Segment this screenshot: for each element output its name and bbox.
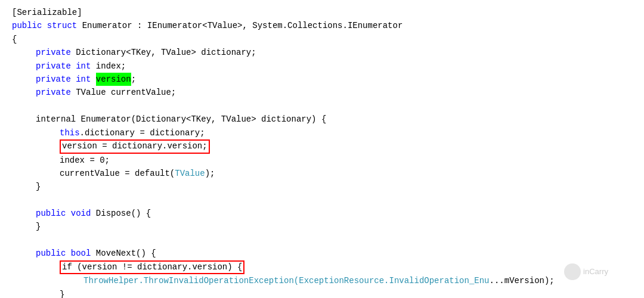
code-line: private int index; <box>12 60 632 73</box>
code-token: ; <box>131 73 136 86</box>
watermark-icon <box>564 263 581 280</box>
code-token: TValue <box>175 167 205 180</box>
code-token: this <box>60 126 80 139</box>
code-line: public struct Enumerator : IEnumerator<T… <box>12 19 632 32</box>
code-token: TValue currentValue; <box>76 86 176 99</box>
code-line <box>12 194 632 207</box>
code-token: index; <box>96 60 126 73</box>
code-token: int <box>76 60 96 73</box>
watermark-text: inCarry <box>583 266 608 278</box>
code-token: bool <box>71 247 96 260</box>
code-line: private Dictionary<TKey, TValue> diction… <box>12 46 632 59</box>
code-token: } <box>60 288 64 298</box>
code-line: } <box>12 288 632 298</box>
code-token: private <box>36 86 76 99</box>
code-token: private <box>36 46 76 59</box>
code-line: ThrowHelper.ThrowInvalidOperationExcepti… <box>12 274 632 287</box>
code-line: public bool MoveNext() { <box>12 247 632 260</box>
code-container: [Serializable]public struct Enumerator :… <box>0 0 644 298</box>
code-token: void <box>71 207 96 220</box>
code-token: public <box>12 19 47 32</box>
code-token: MoveNext() { <box>96 247 156 260</box>
code-token: ); <box>205 167 215 180</box>
code-line: [Serializable] <box>12 6 632 19</box>
code-token: version = dictionary.version; <box>62 141 208 151</box>
code-token: public <box>36 247 71 260</box>
code-line <box>12 100 632 113</box>
watermark: inCarry <box>564 263 608 280</box>
code-token: .dictionary = dictionary; <box>80 126 205 139</box>
code-token: version <box>96 73 131 86</box>
code-line: { <box>12 33 632 46</box>
code-token: index = 0; <box>60 154 110 167</box>
code-token: Dictionary<TKey, TValue> dictionary; <box>76 46 256 59</box>
code-token: public <box>36 207 71 220</box>
code-token: ThrowHelper.ThrowInvalidOperationExcepti… <box>83 274 490 287</box>
code-token: [Serializable] <box>12 6 82 19</box>
code-token: { <box>12 33 17 46</box>
code-token: mVersion); <box>504 274 555 287</box>
code-line: private TValue currentValue; <box>12 86 632 99</box>
code-token: currentValue = default( <box>60 167 175 180</box>
code-line: public void Dispose() { <box>12 207 632 220</box>
code-token: internal <box>36 113 76 126</box>
code-token: Enumerator : IEnumerator<TValue>, System… <box>82 19 403 32</box>
code-line <box>12 234 632 247</box>
code-token: int <box>76 73 96 86</box>
code-token: Enumerator(Dictionary<TKey, TValue> dict… <box>76 113 326 126</box>
code-token: } <box>36 180 41 193</box>
code-line: } <box>12 220 632 233</box>
code-line: this.dictionary = dictionary; <box>12 126 632 139</box>
highlighted-code: version = dictionary.version; <box>60 139 210 154</box>
code-token: struct <box>47 19 82 32</box>
code-line: if (version != dictionary.version) { <box>12 260 632 275</box>
code-token: } <box>36 220 41 233</box>
code-token: ... <box>490 274 504 287</box>
highlighted-code: if (version != dictionary.version) { <box>60 260 244 275</box>
code-line: } <box>12 180 632 193</box>
code-line: private int version; <box>12 73 632 86</box>
code-token: if (version != dictionary.version) { <box>62 262 242 272</box>
code-line: index = 0; <box>12 154 632 167</box>
code-line: version = dictionary.version; <box>12 139 632 154</box>
code-token: Dispose() { <box>96 207 151 220</box>
code-line: currentValue = default(TValue); <box>12 167 632 180</box>
code-token: private <box>36 60 76 73</box>
code-line: internal Enumerator(Dictionary<TKey, TVa… <box>12 113 632 126</box>
code-token: private <box>36 73 76 86</box>
